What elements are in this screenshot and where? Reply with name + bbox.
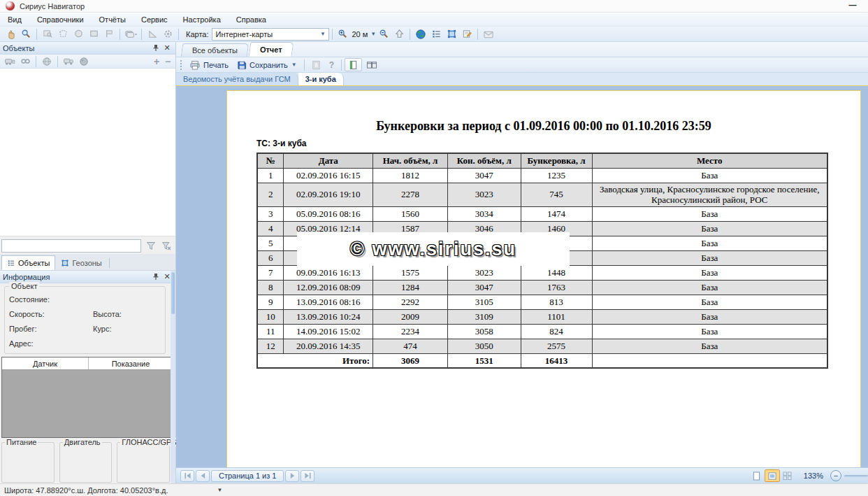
sensor-column-header[interactable]: Датчик [2, 357, 89, 369]
pager-bar: Страница 1 из 1 133% − [176, 467, 868, 483]
status-dropdown-icon[interactable]: ▼ [217, 487, 222, 493]
clear-filter-button[interactable] [159, 239, 173, 253]
pin-icon[interactable] [150, 272, 161, 282]
report-tabs: Ведомость учёта выдачи ГСМ 3-и куба [176, 73, 868, 85]
objects-tree[interactable] [0, 69, 175, 236]
filter-button[interactable] [144, 239, 158, 253]
track-button[interactable] [18, 55, 32, 68]
table-cell: База [592, 339, 827, 353]
table-cell: База [592, 236, 827, 250]
save-button[interactable]: Сохранить ▼ [233, 58, 301, 71]
send-message-button[interactable] [482, 27, 496, 41]
pan-hand-icon [6, 29, 16, 39]
filter-input[interactable] [1, 239, 141, 253]
menu-view[interactable]: Вид [0, 13, 29, 26]
prev-page-button[interactable] [196, 470, 210, 482]
globe-button[interactable] [414, 27, 428, 41]
single-page-layout-button[interactable] [749, 469, 765, 482]
show-on-map-button[interactable] [40, 55, 54, 68]
save-floppy-icon [237, 60, 247, 70]
reading-column-header[interactable]: Показание [89, 357, 173, 369]
page-setup-icon [312, 60, 321, 70]
menu-help[interactable]: Справка [229, 13, 274, 26]
rect-select-button[interactable] [87, 27, 101, 41]
collapse-button[interactable]: − [162, 56, 173, 67]
help-button[interactable]: ? [325, 58, 338, 71]
settings-gear-button[interactable] [161, 27, 175, 41]
menu-settings[interactable]: Настройка [175, 13, 229, 26]
next-page-icon [289, 472, 296, 479]
zoom-in-button[interactable] [336, 27, 350, 41]
menu-reports[interactable]: Отчёты [92, 13, 133, 26]
first-page-button[interactable] [180, 470, 194, 482]
table-cell: 2 [257, 183, 284, 206]
zoom-out-slider-button[interactable]: − [830, 470, 841, 481]
fit-width-layout-button[interactable] [765, 469, 780, 482]
table-cell: База [592, 280, 827, 295]
col-date: Дата [284, 153, 373, 168]
title-bar: Сириус Навигатор — [0, 0, 868, 13]
table-cell: 2234 [373, 324, 448, 339]
measure-flag-button[interactable] [102, 27, 116, 41]
power-group-label: Питание [5, 438, 38, 446]
tab-geozones[interactable]: Геозоны [55, 255, 107, 270]
table-cell: 12 [257, 339, 284, 353]
close-icon[interactable]: ✕ [161, 43, 173, 53]
search-button[interactable] [19, 27, 33, 41]
menu-directories[interactable]: Справочники [29, 13, 92, 26]
two-page-view-button[interactable] [362, 58, 382, 71]
follow-vehicle-button[interactable] [62, 55, 75, 68]
tab-objects[interactable]: Объекты [1, 255, 55, 270]
pan-button[interactable] [3, 27, 17, 41]
fit-width-layout-icon [768, 472, 776, 481]
left-panel-scrollbar[interactable] [171, 271, 175, 483]
layers-button[interactable] [124, 27, 138, 41]
pin-icon[interactable] [150, 43, 161, 53]
menu-service[interactable]: Сервис [133, 13, 175, 26]
table-cell: 3047 [447, 280, 521, 295]
print-button[interactable]: Печать [185, 58, 233, 71]
zoom-slider[interactable] [844, 475, 868, 477]
minimize-button[interactable]: — [846, 1, 860, 11]
geofence-button[interactable] [444, 27, 458, 41]
table-cell: 2278 [373, 183, 448, 206]
table-cell: 1812 [373, 168, 448, 183]
home-arrow-icon [394, 29, 405, 39]
next-page-button[interactable] [285, 470, 299, 482]
table-cell: 745 [521, 183, 592, 206]
save-dropdown-icon[interactable]: ▼ [291, 62, 297, 68]
table-cell: 2575 [521, 339, 592, 353]
table-row: 812.09.2016 08:09128430471763База [257, 280, 827, 295]
zoom-out-button[interactable] [377, 27, 391, 41]
telemetry-groups: Питание Двигатель ГЛОНАСС/GPS [1, 442, 170, 483]
world-button[interactable] [77, 55, 91, 68]
polygon-select-icon [58, 29, 68, 39]
info-body: Объект Состояние: Скорость: Высота: Проб… [0, 283, 170, 357]
ruler-button[interactable] [145, 27, 159, 41]
map-combobox[interactable]: Интернет-карты ▼ [212, 28, 329, 41]
zoom-region-button[interactable] [41, 27, 55, 41]
expand-button[interactable]: + [151, 56, 162, 67]
circle-select-button[interactable] [71, 27, 85, 41]
table-cell: 10 [257, 309, 284, 324]
table-cell: 813 [521, 295, 592, 309]
layers-folder-icon [124, 29, 137, 39]
tab-geozones-label: Геозоны [72, 259, 101, 267]
tab-fuel-sheet[interactable]: Ведомость учёта выдачи ГСМ [176, 73, 298, 85]
last-page-button[interactable] [301, 470, 314, 482]
zoom-scale-dropdown-icon[interactable]: ▼ [370, 31, 376, 37]
object-list-button[interactable] [429, 27, 443, 41]
toolbar-grip[interactable] [180, 59, 183, 71]
tab-all-objects[interactable]: Все объекты [181, 43, 249, 57]
multi-page-layout-button[interactable] [780, 469, 795, 482]
home-view-button[interactable] [392, 27, 406, 41]
page-setup-button[interactable] [308, 58, 325, 71]
edit-notes-button[interactable] [460, 27, 474, 41]
polygon-select-button[interactable] [56, 27, 70, 41]
tab-report[interactable]: Отчет [248, 42, 294, 57]
table-cell: База [592, 309, 827, 324]
single-page-view-button[interactable] [345, 58, 362, 71]
add-vehicle-group-button[interactable] [3, 55, 17, 68]
report-viewer[interactable]: Бункеровки за период с 01.09.2016 00:00 … [176, 85, 868, 467]
tab-3i-kuba[interactable]: 3-и куба [298, 73, 344, 85]
